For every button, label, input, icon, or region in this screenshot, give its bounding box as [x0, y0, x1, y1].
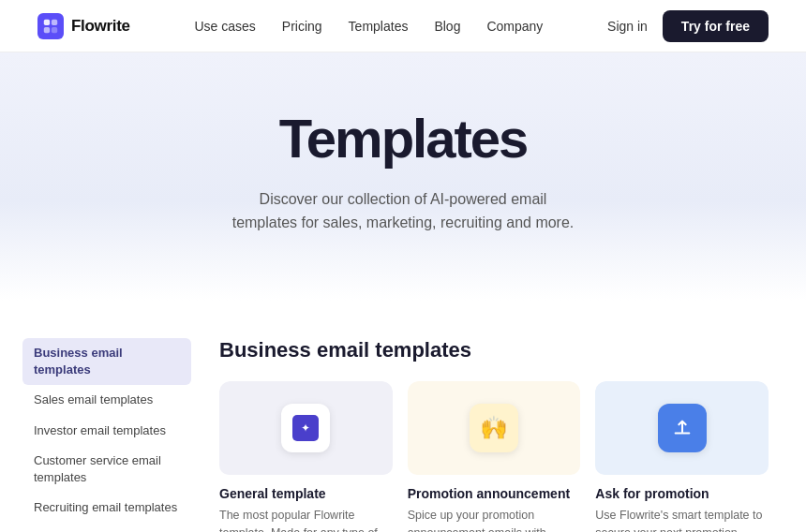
- hero-subtitle: Discover our collection of AI-powered em…: [225, 187, 581, 235]
- logo-text: Flowrite: [71, 17, 130, 36]
- nav-templates[interactable]: Templates: [349, 19, 409, 34]
- template-area: Business email templates General templat…: [219, 338, 769, 532]
- section-title: Business email templates: [219, 338, 769, 362]
- nav-pricing[interactable]: Pricing: [282, 19, 322, 34]
- sidebar-item-recruiting[interactable]: Recruiting email templates: [22, 493, 191, 523]
- card-thumb-ask: [595, 381, 769, 475]
- card-ask-desc: Use Flowrite's smart template to secure …: [595, 507, 769, 532]
- sidebar-item-business[interactable]: Business email templates: [22, 338, 191, 385]
- nav-actions: Sign in Try for free: [607, 10, 769, 42]
- nav-blog[interactable]: Blog: [434, 19, 460, 34]
- svg-rect-3: [52, 26, 57, 32]
- sidebar-item-customer-service[interactable]: Customer service email templates: [22, 446, 191, 493]
- upload-svg: [672, 418, 693, 438]
- ask-icon: [658, 404, 707, 452]
- svg-rect-0: [44, 19, 50, 24]
- logo-icon: [37, 13, 64, 39]
- flowrite-icon: [292, 415, 319, 441]
- sidebar-item-sales[interactable]: Sales email templates: [22, 385, 191, 415]
- sidebar-item-marketing[interactable]: Marketing email templates: [22, 523, 191, 532]
- card-promotion[interactable]: 🙌 Promotion announcement Spice up your p…: [408, 381, 581, 532]
- svg-rect-2: [44, 26, 50, 32]
- general-icon: [281, 404, 330, 452]
- navbar: Flowrite Use cases Pricing Templates Blo…: [0, 0, 806, 52]
- card-ask-title: Ask for promotion: [595, 486, 769, 501]
- nav-company[interactable]: Company: [486, 19, 543, 34]
- card-thumb-promotion: 🙌: [408, 381, 581, 475]
- cards-grid: General template The most popular Flowri…: [219, 381, 769, 532]
- promotion-emoji: 🙌: [480, 415, 508, 441]
- nav-links: Use cases Pricing Templates Blog Company: [194, 19, 543, 34]
- hero-section: Templates Discover our collection of AI-…: [0, 52, 806, 301]
- card-promotion-title: Promotion announcement: [408, 486, 581, 501]
- sidebar: Business email templates Sales email tem…: [22, 338, 191, 532]
- card-promotion-desc: Spice up your promotion announcement ema…: [408, 507, 581, 532]
- card-thumb-general: [219, 381, 393, 475]
- card-general-title: General template: [219, 486, 393, 501]
- sidebar-item-investor[interactable]: Investor email templates: [22, 416, 191, 446]
- main-content: Business email templates Sales email tem…: [0, 301, 806, 532]
- hero-title: Templates: [37, 109, 769, 169]
- nav-use-cases[interactable]: Use cases: [194, 19, 255, 34]
- card-general[interactable]: General template The most popular Flowri…: [219, 381, 393, 532]
- card-ask[interactable]: Ask for promotion Use Flowrite's smart t…: [595, 381, 769, 532]
- logo[interactable]: Flowrite: [37, 13, 130, 39]
- svg-rect-1: [52, 19, 57, 24]
- promotion-icon: 🙌: [470, 404, 518, 452]
- sign-in-button[interactable]: Sign in: [607, 19, 648, 34]
- card-general-desc: The most popular Flowrite template. Made…: [219, 507, 393, 532]
- try-free-button[interactable]: Try for free: [663, 10, 769, 42]
